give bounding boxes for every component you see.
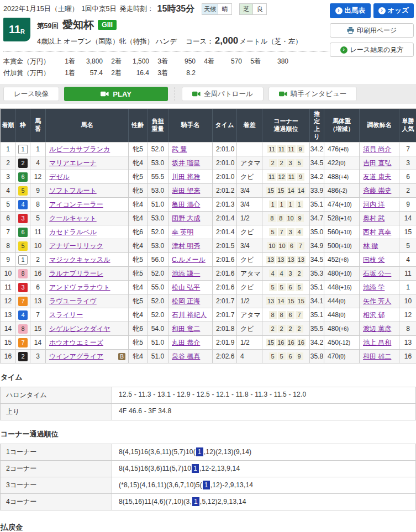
win-popularity: 10 [399,294,416,308]
jockey-link[interactable]: 池添 謙一 [172,270,200,277]
trainer-link[interactable]: 矢作 芳人 [363,297,391,305]
win-popularity: 15 [399,225,416,239]
trainer-link[interactable]: 河内 洋 [363,201,385,208]
patrol-video-button[interactable]: 全周パトロール [182,87,264,101]
prize-amount: 570 [214,56,242,67]
corner-position-box: 5 [269,228,277,236]
horse-name-link[interactable]: マリアエレーナ [49,159,97,167]
trainer-link[interactable]: 奥村 武 [363,214,385,222]
horse-name-link[interactable]: アナザーリリック [49,242,103,250]
trainer-link[interactable]: 吉田 直弘 [363,159,391,167]
horse-name-link[interactable]: ホウオウエミーズ [49,339,103,346]
print-page-button[interactable]: 印刷用ページ [330,23,414,38]
corner-position-box: 15 [297,297,306,305]
jockey-link[interactable]: 団野 大成 [172,214,200,222]
win-popularity: 12 [399,308,416,322]
corner-position-box: 16 [297,339,306,346]
horse-name-link[interactable]: ラルナブリラーレ [49,270,103,277]
horse-name-link[interactable]: アイコンテーラー [49,201,103,208]
horse-name-link[interactable]: クールキャット [49,214,97,222]
sex-age: 牝4 [129,280,148,294]
jockey-link[interactable]: 石川 裕紀人 [172,311,207,319]
trainer-link[interactable]: 国枝 栄 [363,256,385,264]
horse-number: 14 [30,335,46,349]
trainer-link[interactable]: 和田 雄二 [363,352,391,360]
trainer-link[interactable]: 池上 昌和 [363,339,391,346]
horse-name-link[interactable]: カセドラルベル [49,228,97,236]
corner-positions-cell: 1112119 [262,170,310,183]
entry-table-button[interactable]: ›出馬表 [330,3,371,18]
trainer-link[interactable]: 相沢 郁 [363,311,385,319]
trainer-link[interactable]: 渡辺 薫彦 [363,325,391,333]
jockey-link[interactable]: 丸田 恭介 [172,339,200,346]
horse-name-link[interactable]: ルビーカサブランカ [49,145,110,153]
carried-weight: 51.0 [148,335,168,349]
horse-name-link[interactable]: ソフトフルート [49,187,97,194]
jockey-link[interactable]: 津村 明秀 [172,242,200,250]
weather-indicator: 天候晴 [202,3,232,15]
result-guide-button[interactable]: ›レース結果の見方 [330,43,414,57]
jockey-link[interactable]: 松山 弘平 [172,283,200,291]
jockey-cell: 亀田 温心 [168,197,213,211]
play-button[interactable]: PLAY [64,87,168,101]
turf-label: 芝 [239,3,253,15]
jockey-link[interactable]: 川田 将雅 [172,173,200,181]
corner-positions-cell: 4432 [262,266,310,280]
corner-positions-cell: 13141515 [262,294,310,308]
result-row: 3612デゼル牝555.5川田 将雅2:01.0クビ111211934.2488… [1,170,416,183]
horse-weight-diff: (+14) [339,215,352,222]
trainer-link[interactable]: 友道 康夫 [363,173,391,181]
trainer-cell: 石坂 公一 [360,266,399,280]
weather-label: 天候 [202,3,218,15]
carried-weight: 52.0 [148,308,168,322]
result-row: 12713ラヴユーライヴ牝552.0松岡 正海2:01.71/213141515… [1,294,416,308]
horse-name-link[interactable]: スライリー [49,311,83,319]
horse-weight: 476(+8) [324,142,360,156]
jockey-link[interactable]: 幸 英明 [172,228,193,236]
trainer-link[interactable]: 西村 真幸 [363,228,391,236]
horse-name-link[interactable]: ラヴユーライヴ [49,297,97,305]
finish-time: 2:01.7 [213,294,237,308]
odds-button[interactable]: ›オッズ [373,3,414,18]
jockey-link[interactable]: 武 豊 [172,145,187,153]
trainer-link[interactable]: 石坂 公一 [363,270,391,277]
trainer-link[interactable]: 池添 学 [363,283,385,291]
horse-name-link[interactable]: マジックキャッスル [49,256,110,264]
corner-position-box: 7 [297,242,304,250]
carried-weight: 51.0 [148,349,168,363]
prize-main-line: 本賞金（万円） 1着3,8002着1,5003着9504着5705着380 [3,56,413,67]
corner-row: 4コーナー8(15,16)11(4,6)(7,10)(3,1,5,12)2,9,… [1,493,415,510]
jockey-link[interactable]: 松岡 正海 [172,297,200,305]
trainer-link[interactable]: 斉藤 崇史 [363,187,391,194]
jockey-link[interactable]: 岩田 望来 [172,187,200,194]
sex-age: 牝6 [129,322,148,335]
payout-heading: 払戻金 [0,523,416,532]
jockey-link[interactable]: 坂井 瑠星 [172,159,200,167]
horse-number: 6 [30,280,46,294]
horse-name-link[interactable]: ウインアグライア [49,352,103,360]
column-header: 調教師名 [360,109,399,142]
carried-weight: 52.0 [148,225,168,239]
jockey-cell: 泉谷 楓真 [168,349,213,363]
horse-name-link[interactable]: アンドヴァラナウト [49,283,110,291]
jockey-interview-button[interactable]: 騎手インタビュー [268,87,357,101]
trainer-link[interactable]: 林 徹 [363,242,378,250]
jockey-cell: 石川 裕紀人 [168,308,213,322]
corner-position-box: 3 [287,159,294,167]
sex-age: 牝5 [129,294,148,308]
prize-main-label: 本賞金（万円） [3,56,56,67]
jockey-link[interactable]: C.ルメール [172,256,206,264]
horse-weight-diff: (-2) [339,188,347,194]
column-header: 枠 [16,109,30,142]
jockey-link[interactable]: 泉谷 楓真 [172,352,200,360]
race-video-button[interactable]: レース映像 [3,87,59,101]
trainer-link[interactable]: 須貝 尚介 [363,145,391,153]
trainer-cell: 渡辺 薫彦 [360,322,399,335]
corner-position-box: 11 [267,173,276,181]
jockey-link[interactable]: 和田 竜二 [172,325,200,333]
jockey-link[interactable]: 亀田 温心 [172,201,200,208]
horse-name-link[interactable]: シゲルピンクダイヤ [49,325,110,333]
winner-highlight: 1 [196,447,203,456]
result-guide-label: レース結果の見方 [350,45,404,55]
horse-name-link[interactable]: デゼル [49,173,70,181]
